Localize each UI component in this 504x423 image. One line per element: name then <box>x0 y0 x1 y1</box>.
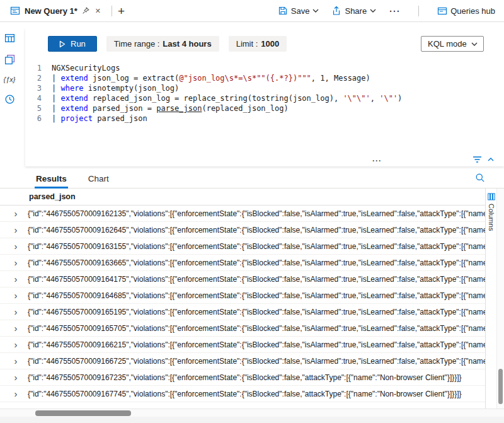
code-text: | project parsed_json <box>52 113 147 124</box>
mode-select[interactable]: KQL mode <box>421 36 484 52</box>
query-toolbar: Run Time range : Last 4 hours Limit : 10… <box>25 28 504 58</box>
topbar: New Query 1* ✕ + Save Share ⋯ <box>0 0 504 22</box>
expand-chevron-icon[interactable]: › <box>8 323 24 333</box>
splitter-handle[interactable]: ⋯ <box>372 155 382 166</box>
expand-chevron-icon[interactable]: › <box>8 307 24 316</box>
table-row[interactable]: ›{"id":"4467550570009167745","violations… <box>0 386 485 402</box>
expand-chevron-icon[interactable]: › <box>8 209 24 218</box>
code-lines[interactable]: 1NGXSecurityLogs2| extend json_log = ext… <box>25 58 504 151</box>
query-file-icon <box>10 6 20 16</box>
table-row[interactable]: ›{"id":"4467550570009162645","violations… <box>0 222 485 238</box>
code-line: 1NGXSecurityLogs <box>25 63 504 73</box>
row-json-text: {"id":"4467550570009166215","violations"… <box>24 340 485 349</box>
tables-icon[interactable] <box>4 33 15 43</box>
search-button[interactable] <box>475 173 485 183</box>
code-line: 2| extend json_log = extract(@"json_log\… <box>25 73 504 83</box>
columns-icon <box>488 193 495 200</box>
expand-chevron-icon[interactable]: › <box>8 291 24 300</box>
chevron-down-icon <box>312 9 319 13</box>
share-button[interactable]: Share <box>331 6 376 16</box>
row-json-text: {"id":"4467550570009164685","violations"… <box>24 291 485 300</box>
bottom-strip <box>0 417 504 423</box>
editor-bottom-bar: ⋯ <box>25 151 504 166</box>
queries-hub-button[interactable]: Queries hub <box>437 6 495 16</box>
play-icon <box>59 40 66 48</box>
code-line: 3| where isnotempty(json_log) <box>25 83 504 93</box>
column-header[interactable]: parsed_json <box>0 188 485 206</box>
collapse-editor-icon[interactable] <box>488 158 494 161</box>
results-grid: parsed_json ›{"id":"4467550570009162135"… <box>0 188 504 409</box>
expand-chevron-icon[interactable]: › <box>8 340 24 349</box>
topbar-divider <box>418 6 419 16</box>
search-icon <box>475 173 485 183</box>
new-tab-button[interactable]: + <box>118 5 125 17</box>
row-json-text: {"id":"4467550570009163155","violations"… <box>24 242 485 251</box>
table-row[interactable]: ›{"id":"4467550570009164175","violations… <box>0 271 485 287</box>
expand-chevron-icon[interactable]: › <box>8 225 24 235</box>
close-tab-icon[interactable]: ✕ <box>95 7 101 15</box>
save-label: Save <box>291 6 310 16</box>
pin-icon[interactable] <box>82 7 89 14</box>
run-button[interactable]: Run <box>48 36 97 52</box>
share-label: Share <box>345 6 367 16</box>
query-history-icon[interactable] <box>4 94 15 105</box>
query-editor-card: Run Time range : Last 4 hours Limit : 10… <box>25 28 504 166</box>
row-json-text: {"id":"4467550570009167235","violations"… <box>24 373 462 382</box>
columns-pane-label: Columns <box>488 204 495 231</box>
table-row[interactable]: ›{"id":"4467550570009166725","violations… <box>0 353 485 369</box>
code-text: | where isnotempty(json_log) <box>52 83 179 93</box>
line-number: 3 <box>25 83 52 93</box>
tab-chart[interactable]: Chart <box>87 170 110 188</box>
filter-rows-icon[interactable] <box>472 156 482 163</box>
line-number: 6 <box>25 113 52 124</box>
table-row[interactable]: ›{"id":"4467550570009165705","violations… <box>0 320 485 337</box>
topbar-actions: Save Share ⋯ Queries hub <box>278 4 495 18</box>
results-tabs: Results Chart <box>0 167 504 188</box>
functions-icon[interactable]: {ƒx} <box>4 76 16 83</box>
query-tab[interactable]: New Query 1* ✕ <box>5 0 106 21</box>
line-number: 2 <box>25 73 52 83</box>
vertical-scrollbar-thumb[interactable] <box>498 369 503 404</box>
row-json-text: {"id":"4467550570009162645","violations"… <box>24 226 485 235</box>
table-row[interactable]: ›{"id":"4467550570009163155","violations… <box>0 238 485 255</box>
table-row[interactable]: ›{"id":"4467550570009166215","violations… <box>0 337 485 353</box>
time-range-picker[interactable]: Time range : Last 4 hours <box>106 36 219 52</box>
horizontal-scrollbar-thumb[interactable] <box>35 410 131 416</box>
table-row[interactable]: ›{"id":"4467550570009162135","violations… <box>0 206 485 222</box>
more-button[interactable]: ⋯ <box>389 4 400 18</box>
code-text: | extend json_log = extract(@"json_log\s… <box>52 73 370 83</box>
tab-results[interactable]: Results <box>35 170 68 188</box>
side-rail: {ƒx} <box>0 23 19 105</box>
row-json-text: {"id":"4467550570009164175","violations"… <box>24 275 485 284</box>
expand-chevron-icon[interactable]: › <box>8 274 24 284</box>
table-row[interactable]: ›{"id":"4467550570009165195","violations… <box>0 304 485 320</box>
save-button[interactable]: Save <box>278 6 319 16</box>
expand-chevron-icon[interactable]: › <box>8 241 24 251</box>
table-row[interactable]: ›{"id":"4467550570009163665","violations… <box>0 255 485 271</box>
row-json-text: {"id":"4467550570009166725","violations"… <box>24 357 485 366</box>
limit-picker[interactable]: Limit : 1000 <box>229 36 287 52</box>
table-row[interactable]: ›{"id":"4467550570009164685","violations… <box>0 287 485 304</box>
share-icon <box>331 6 341 16</box>
columns-pane-tab[interactable]: Columns <box>485 188 496 409</box>
expand-chevron-icon[interactable]: › <box>8 389 24 398</box>
code-text: NGXSecurityLogs <box>52 63 120 73</box>
horizontal-scrollbar[interactable] <box>0 409 504 417</box>
table-row[interactable]: ›{"id":"4467550570009167235","violations… <box>0 369 485 386</box>
chevron-down-icon <box>471 42 478 46</box>
row-json-text: {"id":"4467550570009163665","violations"… <box>24 258 485 267</box>
queries-hub-icon <box>437 6 447 16</box>
tab-title: New Query 1* <box>25 6 77 16</box>
row-json-text: {"id":"4467550570009167745","violations"… <box>24 390 462 398</box>
row-json-text: {"id":"4467550570009165195","violations"… <box>24 308 485 316</box>
chevron-down-icon <box>370 9 376 13</box>
code-text: | extend replaced_json_log = replace_str… <box>52 93 402 103</box>
mode-label: KQL mode <box>428 39 467 49</box>
expand-chevron-icon[interactable]: › <box>8 356 24 366</box>
vertical-scrollbar[interactable] <box>496 188 504 409</box>
queries-hub-label: Queries hub <box>450 6 495 16</box>
queries-icon[interactable] <box>4 54 15 65</box>
expand-chevron-icon[interactable]: › <box>8 373 24 382</box>
expand-chevron-icon[interactable]: › <box>8 258 24 267</box>
limit-value: 1000 <box>261 39 279 49</box>
